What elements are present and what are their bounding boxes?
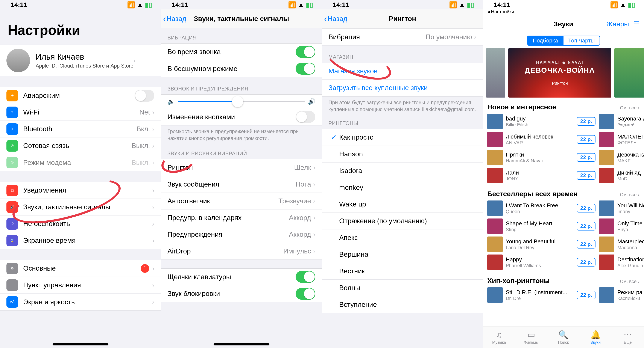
track-row[interactable]: Дикий ядMriD: [599, 167, 644, 184]
row-calendar-alerts[interactable]: Предупр. в календарях Аккорд ›: [161, 209, 322, 226]
row-hotspot[interactable]: ⦾ Режим модема Выкл. ›: [0, 154, 161, 171]
volume-slider-row[interactable]: 🔈 🔊: [161, 95, 322, 109]
row-reminder-alerts[interactable]: Предупреждения Аккорд ›: [161, 226, 322, 243]
see-all-link[interactable]: См. все ›: [620, 105, 640, 111]
segmented-control[interactable]: Подборка Топ-чарты: [527, 36, 600, 46]
row-dnd[interactable]: ☽ Не беспокоить ›: [0, 215, 161, 232]
list-view-icon[interactable]: ☰: [633, 20, 640, 28]
ringtone-option[interactable]: ✓Как просто: [322, 129, 483, 146]
ringtone-option[interactable]: Hanson: [322, 146, 483, 163]
seg-charts[interactable]: Топ-чарты: [564, 36, 600, 45]
price-button[interactable]: 22 р.: [577, 153, 596, 162]
back-to-app[interactable]: ◂ Настройки: [483, 9, 644, 14]
track-row[interactable]: Only TimeEnya: [599, 217, 644, 235]
row-tone-store[interactable]: Магазин звуков: [322, 63, 483, 80]
row-airdrop[interactable]: AirDrop Импульс ›: [161, 243, 322, 260]
seg-featured[interactable]: Подборка: [528, 36, 564, 45]
track-row[interactable]: bad guyBillie Eilish22 р.: [487, 112, 599, 130]
hero-main[interactable]: HAMMALI & NAVAI ДЕВОЧКА-ВОЙНА Рингтон: [508, 48, 611, 98]
row-general[interactable]: ⚙ Основные 1 ›: [0, 260, 161, 277]
tab-music[interactable]: ♫Музыка: [483, 327, 515, 348]
price-button[interactable]: 22 р.: [577, 204, 596, 212]
track-row[interactable]: MasterpiecMadonna: [599, 235, 644, 253]
row-ringtone[interactable]: Рингтон Шелк ›: [161, 159, 322, 176]
row-lock-sound[interactable]: Звук блокировки: [161, 285, 322, 302]
profile-sub: Apple ID, iCloud, iTunes Store и App Sto…: [36, 63, 133, 69]
airplane-toggle[interactable]: [134, 90, 154, 102]
row-sounds-haptics[interactable]: 🔊 Звуки, тактильные сигналы ›: [0, 199, 161, 215]
row-vibrate-on-silent[interactable]: В бесшумном режиме: [161, 60, 322, 77]
ringtone-option[interactable]: Волны: [322, 280, 483, 296]
row-notifications[interactable]: ◻ Уведомления ›: [0, 182, 161, 199]
row-cellular[interactable]: ⦾ Сотовая связь Выкл. ›: [0, 138, 161, 154]
lock-sound-toggle[interactable]: [296, 288, 315, 300]
genres-button[interactable]: Жанры: [606, 20, 629, 28]
track-artist: Pharrell Williams: [506, 263, 574, 268]
track-row[interactable]: You Will NoImany: [599, 199, 644, 217]
row-vibration[interactable]: Вибрация По умолчанию ›: [322, 28, 483, 45]
track-row[interactable]: Shape of My HeartSting22 р.: [487, 217, 599, 235]
price-button[interactable]: 22 р.: [577, 135, 596, 144]
ringtone-option[interactable]: Wake up: [322, 196, 483, 213]
label: Предупреждения: [168, 230, 289, 238]
back-button[interactable]: ‹ Назад: [163, 14, 186, 24]
ringtone-option[interactable]: Апекс: [322, 229, 483, 246]
track-row[interactable]: DestinationAlex Gaudin: [599, 253, 644, 271]
ringtone-option[interactable]: Вступление: [322, 296, 483, 313]
apple-id-row[interactable]: Илья Кичаев Apple ID, iCloud, iTunes Sto…: [0, 45, 161, 76]
tab-search[interactable]: 🔍Поиск: [548, 327, 580, 348]
vibrate-silent-toggle[interactable]: [296, 63, 315, 75]
hero-next[interactable]: [614, 48, 644, 98]
see-all-link[interactable]: См. все ›: [620, 192, 640, 197]
track-row[interactable]: Режим раКаспийски: [599, 286, 644, 304]
status-icons: 📶 ▲ ▮▯: [610, 1, 635, 8]
row-wifi[interactable]: ⌔ Wi-Fi Net ›: [0, 104, 161, 121]
ringtone-option[interactable]: Isadora: [322, 163, 483, 179]
row-bluetooth[interactable]: ᛒ Bluetooth Вкл. ›: [0, 121, 161, 138]
track-row[interactable]: Любимый человекANIVAR22 р.: [487, 130, 599, 148]
price-button[interactable]: 22 р.: [577, 171, 596, 180]
track-row[interactable]: МАЛОЛЕТФОГЕЛЬ: [599, 130, 644, 148]
ringtone-option[interactable]: Вершина: [322, 246, 483, 263]
track-row[interactable]: HappyPharrell Williams22 р.: [487, 253, 599, 271]
volume-slider[interactable]: [178, 101, 305, 102]
row-screentime[interactable]: ⌛ Экранное время ›: [0, 232, 161, 249]
hero-prev[interactable]: [486, 48, 505, 98]
ringtone-option[interactable]: Вестник: [322, 263, 483, 280]
row-display-brightness[interactable]: AA Экран и яркость ›: [0, 294, 161, 310]
track-row[interactable]: Sayonara детЭлджей: [599, 112, 644, 130]
ringtone-option[interactable]: monkey: [322, 179, 483, 196]
price-button[interactable]: 22 р.: [577, 258, 596, 267]
price-button[interactable]: 22 р.: [577, 240, 596, 248]
row-vibrate-on-ring[interactable]: Во время звонка: [161, 43, 322, 60]
row-keyboard-clicks[interactable]: Щелчки клавиатуры: [161, 269, 322, 285]
back-button[interactable]: ‹ Назад: [324, 14, 347, 24]
hero-carousel[interactable]: HAMMALI & NAVAI ДЕВОЧКА-ВОЙНА Рингтон: [483, 48, 644, 98]
row-text-tone[interactable]: Звук сообщения Нота ›: [161, 176, 322, 193]
tracks-bestsellers: I Want To Break FreeQueen22 р.Shape of M…: [483, 199, 644, 271]
ringtone-option[interactable]: Отражение (по умолчанию): [322, 213, 483, 229]
chevron-right-icon: ›: [313, 197, 315, 204]
row-download-purchased[interactable]: Загрузить все купленные звуки: [322, 80, 483, 96]
row-change-with-buttons[interactable]: Изменение кнопками: [161, 109, 322, 125]
price-button[interactable]: 22 р.: [577, 291, 596, 299]
track-row[interactable]: Young and BeautifulLana Del Rey22 р.: [487, 235, 599, 253]
row-airplane[interactable]: ✈ Авиарежим: [0, 87, 161, 104]
keyboard-clicks-toggle[interactable]: [296, 271, 315, 283]
track-row[interactable]: ПряткиHammAli & Navai22 р.: [487, 148, 599, 167]
vibrate-ring-toggle[interactable]: [296, 46, 315, 58]
track-row[interactable]: I Want To Break FreeQueen22 р.: [487, 199, 599, 217]
track-row[interactable]: ЛалиJONY22 р.: [487, 167, 599, 184]
track-row[interactable]: Девочка каMAKF: [599, 148, 644, 167]
price-button[interactable]: 22 р.: [577, 117, 596, 126]
track-row[interactable]: Still D.R.E. (Instrument...Dr. Dre22 р.: [487, 286, 599, 304]
price-button[interactable]: 22 р.: [577, 222, 596, 230]
row-voicemail[interactable]: Автоответчик Трезвучие ›: [161, 193, 322, 209]
tab-sounds[interactable]: 🔔Звуки: [580, 327, 612, 348]
tab-movies[interactable]: ▭Фильмы: [515, 327, 548, 348]
row-control-center[interactable]: ☰ Пункт управления ›: [0, 277, 161, 294]
chevron-right-icon: ›: [474, 33, 476, 40]
see-all-link[interactable]: См. все ›: [620, 279, 640, 284]
tab-more[interactable]: ⋯Еще: [612, 327, 644, 348]
change-buttons-toggle[interactable]: [296, 111, 315, 123]
